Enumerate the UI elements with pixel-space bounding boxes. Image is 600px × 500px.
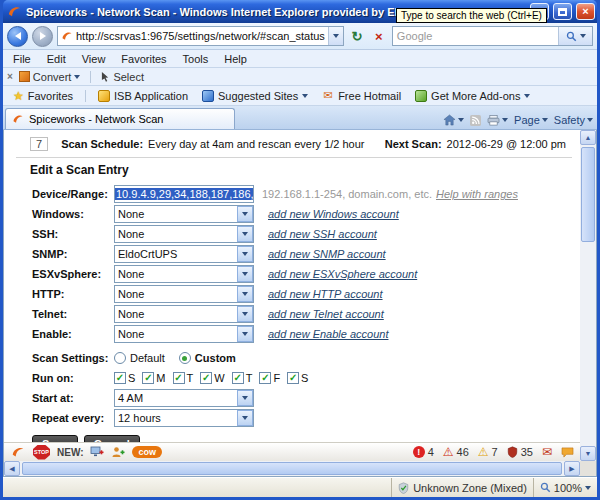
save-button[interactable]: Save bbox=[32, 435, 78, 442]
add-snmp-account-link[interactable]: add new SNMP account bbox=[268, 248, 386, 260]
add-enable-account-link[interactable]: add new Enable account bbox=[268, 328, 388, 340]
chevron-down-icon bbox=[542, 118, 548, 122]
feeds-button[interactable] bbox=[470, 115, 481, 126]
day-tuesday-checkbox[interactable] bbox=[173, 372, 185, 384]
custom-radio[interactable] bbox=[179, 352, 191, 364]
close-toolbar-icon[interactable]: × bbox=[7, 71, 13, 82]
chevron-down-icon[interactable] bbox=[237, 206, 253, 222]
zoom-control[interactable]: 100% bbox=[533, 478, 597, 497]
url-text[interactable]: http://scsrvas1:9675/settings/network/#s… bbox=[76, 30, 325, 42]
ssh-account-select[interactable]: None bbox=[114, 225, 254, 243]
day-sunday-checkbox[interactable] bbox=[114, 372, 126, 384]
alerts-counter[interactable]: ! 4 bbox=[413, 446, 434, 458]
stop-button[interactable]: × bbox=[370, 26, 388, 46]
menu-help[interactable]: Help bbox=[216, 52, 255, 66]
forward-button[interactable] bbox=[32, 26, 53, 47]
chevron-down-icon[interactable] bbox=[237, 246, 253, 262]
favorite-isb-application[interactable]: ISB Application bbox=[92, 89, 194, 103]
day-thursday-checkbox[interactable] bbox=[232, 372, 244, 384]
scroll-up-button[interactable]: ▲ bbox=[580, 130, 596, 145]
start-at-select[interactable]: 4 AM bbox=[114, 389, 254, 407]
warnings-counter[interactable]: ⚠ 7 bbox=[478, 445, 498, 459]
scroll-right-button[interactable]: ▶ bbox=[564, 461, 580, 476]
tab-spiceworks-network-scan[interactable]: Spiceworks - Network Scan bbox=[5, 108, 235, 129]
start-at-label: Start at: bbox=[32, 392, 114, 404]
search-button[interactable] bbox=[558, 27, 592, 45]
enable-label: Enable: bbox=[32, 328, 114, 340]
day-saturday-checkbox[interactable] bbox=[287, 372, 299, 384]
chevron-down-icon[interactable] bbox=[237, 306, 253, 322]
ssh-label: SSH: bbox=[32, 228, 114, 240]
envelope-icon[interactable]: ✉ bbox=[542, 445, 552, 459]
search-box[interactable]: Google bbox=[392, 26, 593, 46]
vertical-scroll-thumb[interactable] bbox=[581, 147, 595, 242]
convert-toolbar: × Convert Select bbox=[3, 68, 597, 86]
chat-bubble-icon[interactable] bbox=[561, 447, 574, 458]
chevron-down-icon[interactable] bbox=[237, 410, 253, 426]
print-button[interactable] bbox=[487, 115, 508, 126]
device-range-input[interactable]: 10.9.4.9,29,34,188,187,186,156,13 bbox=[114, 185, 254, 203]
menu-view[interactable]: View bbox=[74, 52, 114, 66]
home-button[interactable] bbox=[443, 114, 464, 126]
cow-badge[interactable]: cow bbox=[132, 446, 162, 458]
repeat-every-select[interactable]: 12 hours bbox=[114, 409, 254, 427]
menu-tools[interactable]: Tools bbox=[175, 52, 217, 66]
add-ssh-account-link[interactable]: add new SSH account bbox=[268, 228, 377, 240]
close-button[interactable]: × bbox=[576, 3, 595, 20]
address-dropdown-button[interactable] bbox=[328, 27, 343, 45]
address-bar[interactable]: http://scsrvas1:9675/settings/network/#s… bbox=[57, 26, 344, 46]
day-wednesday-checkbox[interactable] bbox=[200, 372, 212, 384]
favorite-get-more-addons[interactable]: Get More Add-ons bbox=[409, 89, 536, 103]
tab-bar: Spiceworks - Network Scan Page Safety bbox=[3, 106, 597, 130]
favorite-free-hotmail[interactable]: ✉ Free Hotmail bbox=[316, 89, 407, 103]
chevron-down-icon[interactable] bbox=[237, 390, 253, 406]
menu-edit[interactable]: Edit bbox=[39, 52, 74, 66]
add-windows-account-link[interactable]: add new Windows account bbox=[268, 208, 399, 220]
chevron-down-icon[interactable] bbox=[237, 326, 253, 342]
http-account-select[interactable]: None bbox=[114, 285, 254, 303]
windows-account-select[interactable]: None bbox=[114, 205, 254, 223]
maximize-button[interactable] bbox=[553, 3, 572, 20]
alert-icon: ! bbox=[413, 446, 425, 458]
favorites-button[interactable]: ★ Favorites bbox=[7, 88, 79, 104]
shield-counter[interactable]: 35 bbox=[507, 446, 533, 458]
title-bar[interactable]: Spiceworks - Network Scan - Windows Inte… bbox=[3, 0, 597, 23]
esxvsphere-account-select[interactable]: None bbox=[114, 265, 254, 283]
add-http-account-link[interactable]: add new HTTP account bbox=[268, 288, 383, 300]
favorite-suggested-sites[interactable]: Suggested Sites bbox=[196, 89, 314, 103]
cancel-button[interactable]: Cancel bbox=[84, 435, 140, 442]
add-device-icon[interactable] bbox=[90, 446, 104, 459]
select-button[interactable]: Select bbox=[101, 71, 144, 83]
page-menu-button[interactable]: Page bbox=[514, 114, 548, 126]
chevron-down-icon[interactable] bbox=[237, 266, 253, 282]
add-telnet-account-link[interactable]: add new Telnet account bbox=[268, 308, 384, 320]
chevron-down-icon[interactable] bbox=[237, 286, 253, 302]
scroll-left-button[interactable]: ◀ bbox=[4, 461, 20, 476]
convert-button[interactable]: Convert bbox=[19, 71, 81, 83]
telnet-account-row: Telnet: None add new Telnet account bbox=[32, 304, 572, 324]
add-person-icon[interactable] bbox=[111, 446, 125, 459]
chevron-down-icon[interactable] bbox=[237, 226, 253, 242]
safety-menu-button[interactable]: Safety bbox=[554, 114, 593, 126]
errors-counter[interactable]: ⚠ 46 bbox=[443, 445, 469, 459]
default-radio[interactable] bbox=[114, 352, 126, 364]
menu-file[interactable]: File bbox=[5, 52, 39, 66]
menu-favorites[interactable]: Favorites bbox=[113, 52, 174, 66]
telnet-account-select[interactable]: None bbox=[114, 305, 254, 323]
help-with-ranges-link[interactable]: Help with ranges bbox=[436, 188, 518, 200]
stop-sign-icon[interactable]: STOP bbox=[33, 445, 50, 460]
day-friday-checkbox[interactable] bbox=[259, 372, 271, 384]
vertical-scrollbar[interactable]: ▲ ▼ bbox=[580, 130, 596, 461]
search-input[interactable]: Google bbox=[397, 30, 554, 42]
enable-account-select[interactable]: None bbox=[114, 325, 254, 343]
horizontal-scrollbar[interactable]: ◀ ▶ bbox=[4, 461, 580, 476]
spiceworks-logo-icon bbox=[10, 445, 26, 459]
scroll-down-button[interactable]: ▼ bbox=[580, 446, 596, 461]
horizontal-scroll-thumb[interactable] bbox=[22, 462, 562, 475]
back-button[interactable] bbox=[7, 26, 28, 47]
snmp-account-select[interactable]: EldoCrtUPS bbox=[114, 245, 254, 263]
day-monday-checkbox[interactable] bbox=[142, 372, 154, 384]
refresh-button[interactable]: ↻ bbox=[348, 26, 366, 46]
convert-icon bbox=[19, 71, 30, 82]
add-esxvsphere-account-link[interactable]: add new ESXvSphere account bbox=[268, 268, 417, 280]
